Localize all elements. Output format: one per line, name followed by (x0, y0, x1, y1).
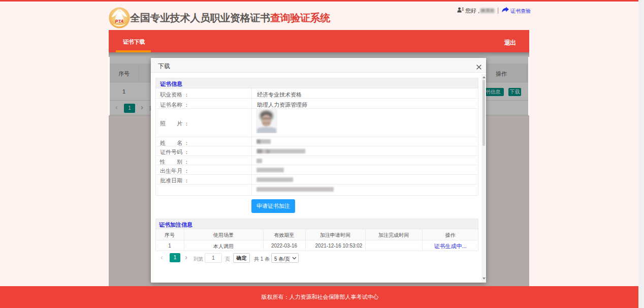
svg-text:PTA: PTA (115, 19, 123, 24)
